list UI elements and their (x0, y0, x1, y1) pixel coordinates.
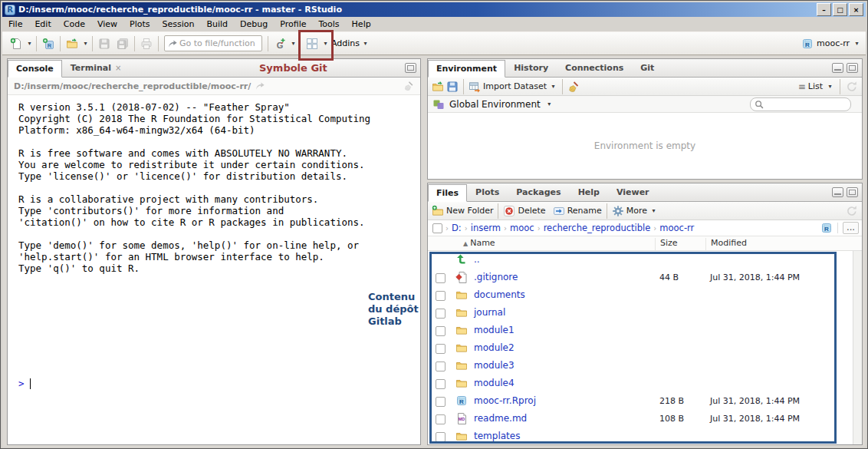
files-maximize-icon[interactable] (847, 187, 858, 197)
menu-item-debug[interactable]: Debug (234, 18, 274, 31)
select-all-checkbox[interactable] (432, 223, 442, 233)
console-tab-console[interactable]: Console (8, 60, 62, 78)
save-workspace-icon[interactable] (446, 81, 459, 93)
list-view-caret-icon[interactable]: ▾ (826, 83, 834, 90)
clear-environment-broom-icon[interactable] (567, 81, 580, 93)
open-file-button[interactable] (63, 35, 81, 53)
refresh-environment-icon[interactable] (846, 81, 858, 93)
menu-item-file[interactable]: File (2, 18, 28, 31)
environment-search-box[interactable] (750, 97, 851, 111)
column-header-size[interactable]: Size (655, 238, 678, 250)
gitlab-annotation-line: du dépôt (368, 303, 419, 315)
console-tab-terminal[interactable]: Terminal× (62, 59, 130, 77)
breadcrumb-item-mooc[interactable]: mooc (510, 223, 534, 233)
environment-tab-environment[interactable]: Environment (428, 60, 505, 78)
files-scrollbar[interactable] (853, 251, 862, 444)
clear-console-broom-icon[interactable] (403, 81, 414, 91)
print-button[interactable] (137, 35, 156, 53)
project-name: mooc-rr (817, 38, 850, 48)
rstudio-window: R D:/inserm/mooc/recherche_reproductible… (0, 0, 868, 449)
maximize-button[interactable]: □ (833, 3, 847, 16)
breadcrumb-item-d[interactable]: D: (452, 223, 462, 233)
r-project-cube-icon[interactable]: R (820, 222, 833, 234)
open-folder-icon (66, 38, 78, 50)
git-caret-icon[interactable]: ▾ (289, 40, 298, 47)
svg-text:G: G (277, 41, 284, 50)
load-workspace-icon[interactable] (432, 81, 444, 93)
environment-tab-history[interactable]: History (505, 59, 557, 77)
files-tab-files[interactable]: Files (428, 184, 467, 202)
global-environment-selector[interactable]: Global Environment (449, 99, 541, 110)
environment-minimize-icon[interactable] (832, 63, 843, 73)
console-maximize-icon[interactable] (405, 63, 416, 73)
breadcrumb-item-recherchereproductible[interactable]: recherche_reproductible (544, 223, 651, 233)
new-folder-button[interactable]: New Folder (446, 206, 493, 216)
delete-button[interactable]: Delete (518, 206, 545, 216)
menu-item-edit[interactable]: Edit (28, 18, 57, 31)
menu-item-session[interactable]: Session (156, 18, 200, 31)
console-cursor (30, 378, 31, 389)
new-file-caret-icon[interactable]: ▾ (25, 40, 34, 47)
chevron-right-icon: › (446, 224, 449, 233)
import-dataset-caret-icon[interactable]: ▾ (549, 83, 557, 90)
save-button[interactable] (95, 35, 113, 53)
menu-item-help[interactable]: Help (346, 18, 377, 31)
menu-item-build[interactable]: Build (200, 18, 234, 31)
column-header-modified[interactable]: Modified (705, 238, 747, 250)
refresh-files-icon[interactable] (846, 205, 858, 217)
new-file-button[interactable] (7, 35, 25, 53)
close-button[interactable]: × (849, 3, 863, 16)
gitlab-content-annotation-label: Contenudu dépôtGitlab (368, 291, 419, 328)
git-button[interactable]: G (271, 35, 289, 53)
breadcrumb: ›D:›inserm›mooc›recherche_reproductible›… (446, 223, 694, 233)
gitlab-annotation-line: Gitlab (368, 315, 419, 328)
files-tab-packages[interactable]: Packages (508, 183, 569, 201)
chevron-right-icon: › (465, 224, 468, 233)
environment-search-input[interactable] (764, 100, 847, 110)
list-view-icon: ≡ (798, 81, 805, 92)
git-icon: G (274, 38, 286, 50)
menu-item-view[interactable]: View (91, 18, 123, 31)
save-all-button[interactable] (113, 35, 132, 53)
files-tab-plots[interactable]: Plots (467, 183, 508, 201)
global-environment-caret-icon[interactable]: ▾ (545, 101, 554, 107)
minimize-button[interactable]: – (817, 3, 831, 16)
import-dataset-button[interactable]: Import Dataset (483, 81, 547, 91)
addins-button[interactable]: Addins (331, 38, 360, 48)
goto-file-search[interactable] (164, 35, 262, 51)
menu-item-profile[interactable]: Profile (274, 18, 312, 31)
project-menu-button[interactable]: R mooc-rr ▾ (801, 38, 861, 50)
toolbar-separator (134, 36, 135, 51)
files-tab-help[interactable]: Help (570, 183, 608, 201)
search-icon (754, 99, 764, 110)
close-tab-icon[interactable]: × (115, 64, 121, 72)
goto-dir-arrow-icon[interactable] (255, 81, 265, 91)
rstudio-logo-icon: R (5, 5, 15, 15)
new-project-button[interactable]: R (39, 35, 58, 53)
list-view-button[interactable]: List (808, 81, 823, 91)
breadcrumb-item-moocrr[interactable]: mooc-rr (659, 223, 694, 233)
files-panel: FilesPlotsPackagesHelpViewer New Folder … (427, 183, 863, 445)
menu-item-plots[interactable]: Plots (123, 18, 156, 31)
environment-tab-connections[interactable]: Connections (557, 59, 632, 77)
environment-tab-git[interactable]: Git (632, 59, 663, 77)
menu-item-code[interactable]: Code (58, 18, 91, 31)
more-button[interactable]: More (626, 206, 647, 216)
rename-button[interactable]: Rename (567, 206, 602, 216)
column-header-name[interactable]: ▲Name (463, 238, 495, 248)
svg-text:R: R (824, 226, 829, 233)
more-caret-icon[interactable]: ▾ (649, 207, 658, 214)
toolbar-separator (607, 203, 607, 219)
addins-caret-icon[interactable]: ▾ (361, 40, 370, 47)
console-output[interactable]: R version 3.5.1 (2018-07-02) -- "Feather… (8, 95, 420, 444)
toolbar-separator (498, 203, 498, 219)
files-minimize-icon[interactable] (832, 187, 843, 197)
files-tab-viewer[interactable]: Viewer (608, 183, 658, 201)
directory-more-button[interactable]: ... (843, 222, 859, 234)
menu-item-tools[interactable]: Tools (312, 18, 345, 31)
breadcrumb-item-inserm[interactable]: inserm (471, 223, 501, 233)
environment-maximize-icon[interactable] (847, 63, 858, 73)
goto-file-input[interactable] (178, 38, 259, 49)
open-file-caret-icon[interactable]: ▾ (81, 40, 90, 47)
environment-panel: EnvironmentHistoryConnectionsGit Import … (427, 58, 863, 180)
